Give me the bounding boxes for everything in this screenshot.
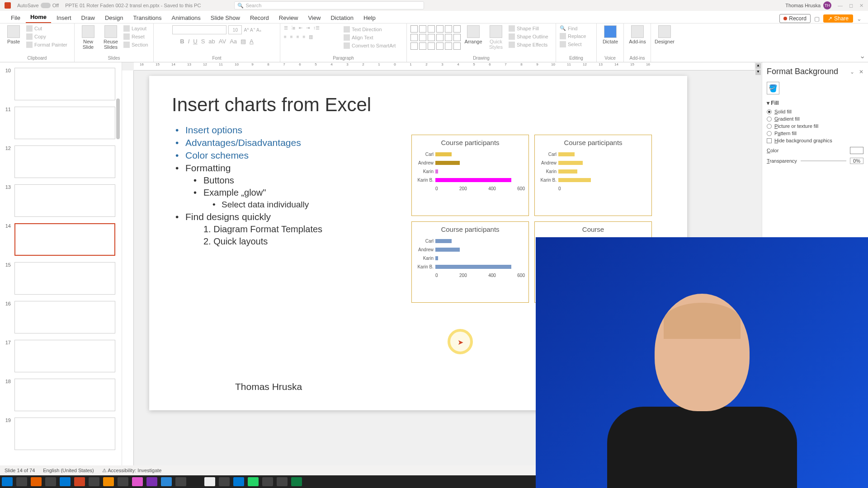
quick-styles-button[interactable]: Quick Styles: [486, 25, 506, 50]
taskbar-outlook-icon[interactable]: [60, 477, 71, 486]
taskbar-app-icon[interactable]: [161, 477, 172, 486]
cut-button[interactable]: Cut: [26, 25, 67, 32]
font-family-select[interactable]: [172, 25, 226, 34]
find-button[interactable]: 🔍Find: [560, 25, 593, 31]
tab-record[interactable]: Record: [245, 13, 274, 23]
record-button[interactable]: Record: [779, 14, 811, 23]
start-button[interactable]: [2, 477, 13, 486]
chart-object[interactable]: Course participantsCarlAndrewKarinKarin …: [411, 221, 529, 303]
numbering-button[interactable]: ⦙☰: [292, 25, 295, 31]
reuse-slides-button[interactable]: Reuse Slides: [101, 25, 121, 50]
slide-thumbnail[interactable]: 10: [2, 68, 115, 100]
align-right-button[interactable]: ≡: [297, 34, 299, 39]
pane-close-icon[interactable]: ✕: [859, 69, 863, 75]
designer-button[interactable]: Designer: [655, 25, 675, 44]
transparency-slider[interactable]: [801, 160, 846, 161]
author-text[interactable]: Thomas Hruska: [235, 381, 302, 392]
shadow-button[interactable]: ab: [208, 38, 215, 45]
align-left-button[interactable]: ≡: [284, 34, 287, 39]
tab-animations[interactable]: Animations: [167, 13, 205, 23]
font-size-select[interactable]: 10: [228, 25, 242, 34]
taskbar-app-icon[interactable]: [262, 477, 273, 486]
taskbar-excel-icon[interactable]: [291, 477, 302, 486]
indent-inc-button[interactable]: ⇥: [306, 25, 310, 31]
fontcolor-button[interactable]: A: [250, 38, 254, 45]
taskbar-firefox-icon[interactable]: [31, 477, 42, 486]
slide-counter[interactable]: Slide 14 of 74: [5, 468, 35, 473]
columns-button[interactable]: ▥: [309, 34, 313, 39]
language-status[interactable]: English (United States): [43, 468, 94, 473]
slide-thumbnail[interactable]: 16: [2, 301, 115, 333]
strikethrough-button[interactable]: S: [201, 38, 205, 45]
autosave-toggle[interactable]: AutoSaveOff: [17, 3, 59, 8]
tab-dictation[interactable]: Dictation: [326, 13, 358, 23]
taskbar-app-icon[interactable]: [277, 477, 288, 486]
case-button[interactable]: Aa: [230, 38, 237, 45]
window-close-icon[interactable]: ✕: [859, 3, 863, 9]
linespacing-button[interactable]: ↕☰: [313, 25, 320, 31]
window-minimize-icon[interactable]: —: [838, 3, 843, 8]
taskbar-obs-icon[interactable]: [190, 477, 201, 486]
slide-thumbnail[interactable]: 19: [2, 418, 115, 450]
shape-fill-button[interactable]: Shape Fill: [509, 25, 548, 32]
format-painter-button[interactable]: Format Painter: [26, 42, 67, 48]
section-button[interactable]: Section: [123, 42, 148, 48]
layout-button[interactable]: Layout: [123, 25, 148, 32]
window-maximize-icon[interactable]: ◻: [849, 3, 853, 9]
taskbar-app-icon[interactable]: [118, 477, 128, 486]
underline-button[interactable]: U: [193, 38, 197, 45]
fill-tab-icon[interactable]: 🪣: [767, 82, 779, 94]
search-input[interactable]: 🔍Search: [234, 1, 424, 9]
taskbar-chrome-icon[interactable]: [45, 477, 56, 486]
accessibility-status[interactable]: ⚠ Accessibility: Investigate: [102, 468, 162, 474]
user-account[interactable]: Thomas HruskaTH: [785, 1, 831, 9]
replace-button[interactable]: Replace: [560, 33, 593, 39]
slide-thumbnail[interactable]: 17: [2, 340, 115, 372]
spacing-button[interactable]: AV: [219, 38, 226, 45]
share-button[interactable]: ↗Share: [823, 14, 853, 23]
tab-home[interactable]: Home: [26, 12, 51, 23]
taskbar-whatsapp-icon[interactable]: [248, 477, 259, 486]
slide-thumbnail[interactable]: 11: [2, 107, 115, 139]
indent-dec-button[interactable]: ⇤: [299, 25, 302, 31]
collapse-ribbon-chevron-icon[interactable]: ⌄: [859, 52, 865, 60]
gradient-fill-radio[interactable]: Gradient fill: [767, 116, 863, 122]
hide-bg-checkbox[interactable]: Hide background graphics: [767, 138, 863, 143]
tab-help[interactable]: Help: [359, 13, 380, 23]
taskbar-vlc-icon[interactable]: [103, 477, 114, 486]
color-picker[interactable]: [850, 147, 863, 154]
slide-thumbnail[interactable]: 13: [2, 184, 115, 217]
italic-button[interactable]: I: [188, 38, 190, 45]
collapse-ribbon-icon[interactable]: ⌄: [857, 15, 862, 22]
taskbar-powerpoint-icon[interactable]: [74, 477, 85, 486]
bullet-item[interactable]: Insert options: [172, 125, 665, 136]
align-center-button[interactable]: ≡: [290, 34, 293, 39]
align-text-button[interactable]: Align Text: [344, 34, 396, 41]
taskbar-app-icon[interactable]: [233, 477, 244, 486]
taskbar-onenote-icon[interactable]: [146, 477, 157, 486]
bold-button[interactable]: B: [180, 38, 184, 45]
solid-fill-radio[interactable]: Solid fill: [767, 109, 863, 114]
slide-thumbnail[interactable]: 18: [2, 379, 115, 411]
smartart-button[interactable]: Convert to SmartArt: [344, 42, 396, 49]
text-direction-button[interactable]: Text Direction: [344, 26, 396, 33]
chart-object[interactable]: Course participantsCarlAndrewKarinKarin …: [534, 135, 652, 216]
shape-outline-button[interactable]: Shape Outline: [509, 33, 548, 40]
tab-transitions[interactable]: Transitions: [128, 13, 166, 23]
slide-title[interactable]: Insert charts from Excel: [172, 94, 665, 116]
tab-view[interactable]: View: [303, 13, 325, 23]
picture-fill-radio[interactable]: Picture or texture fill: [767, 123, 863, 129]
taskbar-explorer-icon[interactable]: [16, 477, 27, 486]
highlight-button[interactable]: ▨: [241, 38, 246, 45]
slide-thumbnail[interactable]: 12: [2, 145, 115, 178]
thumbnail-scrollbar[interactable]: [116, 99, 120, 139]
taskbar-app-icon[interactable]: [204, 477, 215, 486]
tab-draw[interactable]: Draw: [77, 13, 99, 23]
tab-design[interactable]: Design: [100, 13, 127, 23]
shape-effects-button[interactable]: Shape Effects: [509, 42, 548, 48]
new-slide-button[interactable]: New Slide: [78, 25, 98, 50]
pattern-fill-radio[interactable]: Pattern fill: [767, 131, 863, 136]
present-icon[interactable]: ▢: [814, 15, 820, 22]
dictate-button[interactable]: Dictate: [600, 25, 620, 44]
slide-thumbnail[interactable]: 14: [2, 223, 115, 256]
